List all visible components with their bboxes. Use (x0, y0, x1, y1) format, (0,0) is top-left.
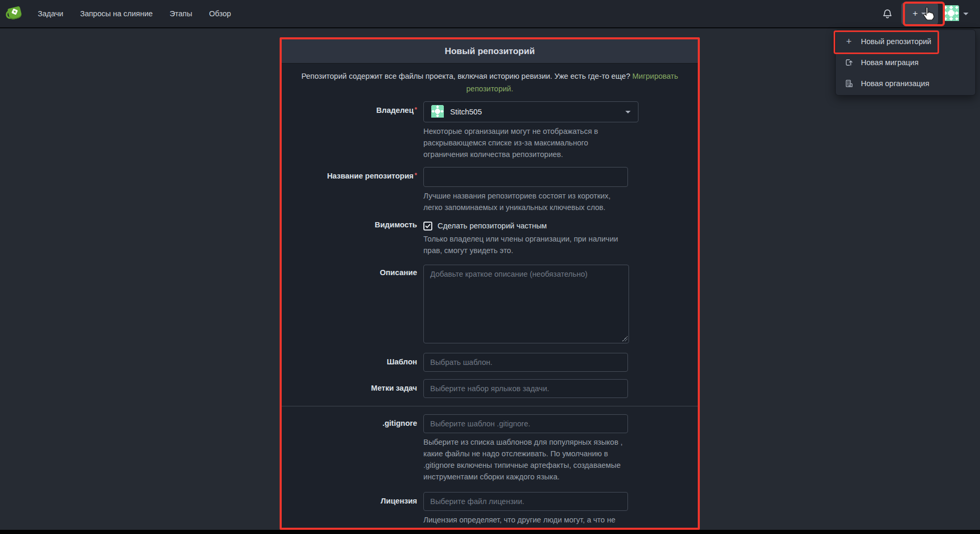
nav-item-label: Обзор (209, 9, 231, 18)
create-new-button[interactable]: + (901, 3, 938, 25)
owner-label-text: Владелец (376, 106, 413, 114)
plus-icon: + (913, 8, 918, 19)
panel-body: Репозиторий содержит все файлы проекта, … (282, 64, 698, 530)
intro-text: Репозиторий содержит все файлы проекта, … (300, 70, 680, 95)
menu-item-new-migration[interactable]: Новая миграция (836, 52, 975, 73)
issue-labels-input[interactable] (423, 379, 628, 398)
issue-labels-row: Метки задач (282, 379, 698, 398)
nav-item-label: Запросы на слияние (80, 9, 153, 18)
description-textarea[interactable] (423, 265, 629, 343)
gitignore-input[interactable] (423, 414, 628, 433)
license-input[interactable] (423, 492, 628, 511)
owner-label: Владелец* (282, 106, 417, 114)
plus-icon: + (844, 36, 854, 47)
user-avatar-button[interactable] (943, 5, 968, 23)
create-new-dropdown: + Новый репозиторий Новая миграция (835, 29, 976, 96)
chevron-down-icon (963, 13, 968, 15)
nav-item-label: Этапы (169, 9, 192, 18)
repo-name-row: Название репозитория* Лучшие названия ре… (282, 167, 698, 213)
visibility-label: Видимость (282, 221, 417, 229)
template-input[interactable] (423, 353, 628, 372)
required-asterisk: * (414, 106, 417, 113)
nav-item-milestones[interactable]: Этапы (161, 0, 200, 27)
required-asterisk: * (414, 172, 417, 179)
template-row: Шаблон (282, 353, 698, 372)
owner-value: Stitch505 (450, 108, 619, 116)
issue-labels-label-text: Метки задач (371, 384, 417, 392)
nav-item-pull-requests[interactable]: Запросы на слияние (72, 0, 161, 27)
repo-name-label-text: Название репозитория (327, 172, 413, 180)
bell-icon (882, 9, 892, 19)
navbar-right: + (878, 0, 980, 27)
avatar (943, 5, 959, 23)
navbar-menu: Задачи Запросы на слияние Этапы Обзор (29, 0, 239, 27)
gitea-logo[interactable] (0, 4, 29, 23)
nav-item-explore[interactable]: Обзор (200, 0, 239, 27)
license-label-text: Лицензия (381, 497, 417, 505)
chevron-down-icon (921, 13, 926, 15)
repo-name-input[interactable] (423, 167, 628, 187)
description-label-text: Описание (380, 268, 417, 277)
license-help-text: Лицензия определяет, что другие люди мог… (423, 516, 615, 530)
visibility-row: Видимость Сделать репозиторий частным То… (282, 221, 698, 256)
license-label: Лицензия (282, 497, 417, 505)
gitea-logo-icon (4, 4, 26, 23)
template-label: Шаблон (282, 358, 417, 366)
page-title: Новый репозиторий (445, 46, 535, 57)
license-row: Лицензия Лицензия определяет, что другие… (282, 492, 698, 530)
panel-header: Новый репозиторий (282, 39, 698, 64)
private-checkbox[interactable] (423, 222, 432, 231)
owner-help: Некоторые организации могут не отображат… (423, 125, 629, 160)
description-label: Описание (282, 268, 417, 277)
intro-text-static: Репозиторий содержит все файлы проекта, … (301, 72, 630, 80)
section-divider (282, 406, 698, 406)
owner-avatar (431, 105, 444, 119)
organization-icon (844, 79, 854, 88)
owner-row: Владелец* (282, 101, 698, 160)
visibility-help: Только владелец или члены организации, п… (423, 233, 629, 256)
gitignore-label: .gitignore (282, 419, 417, 427)
menu-item-new-organization[interactable]: Новая организация (836, 73, 975, 94)
repo-name-help: Лучшие названия репозиториев состоят из … (423, 190, 629, 213)
license-help: Лицензия определяет, что другие люди мог… (423, 514, 629, 530)
nav-item-issues[interactable]: Задачи (29, 0, 72, 27)
repo-name-label: Название репозитория* (282, 172, 417, 180)
nav-item-label: Задачи (38, 9, 63, 18)
menu-item-label: Новая миграция (861, 58, 919, 67)
description-row: Описание (282, 265, 698, 343)
notifications-button[interactable] (878, 3, 896, 24)
migration-icon (844, 58, 854, 67)
menu-item-new-repository[interactable]: + Новый репозиторий (836, 31, 975, 52)
menu-item-label: Новый репозиторий (861, 37, 931, 46)
issue-labels-label: Метки задач (282, 384, 417, 392)
gitignore-row: .gitignore Выберите из списка шаблонов д… (282, 414, 698, 483)
gitignore-label-text: .gitignore (382, 419, 417, 427)
gitignore-help: Выберите из списка шаблонов для популярн… (423, 436, 629, 483)
private-checkbox-label[interactable]: Сделать репозиторий частным (438, 222, 547, 230)
menu-item-label: Новая организация (861, 79, 929, 88)
new-repository-panel: Новый репозиторий Репозиторий содержит в… (280, 37, 700, 530)
check-icon (425, 223, 431, 229)
template-label-text: Шаблон (387, 358, 417, 366)
bottom-edge (0, 530, 980, 534)
navbar: Задачи Запросы на слияние Этапы Обзор + (0, 0, 980, 28)
chevron-down-icon (625, 111, 631, 113)
visibility-label-text: Видимость (375, 221, 417, 229)
owner-select[interactable]: Stitch505 (423, 101, 638, 122)
